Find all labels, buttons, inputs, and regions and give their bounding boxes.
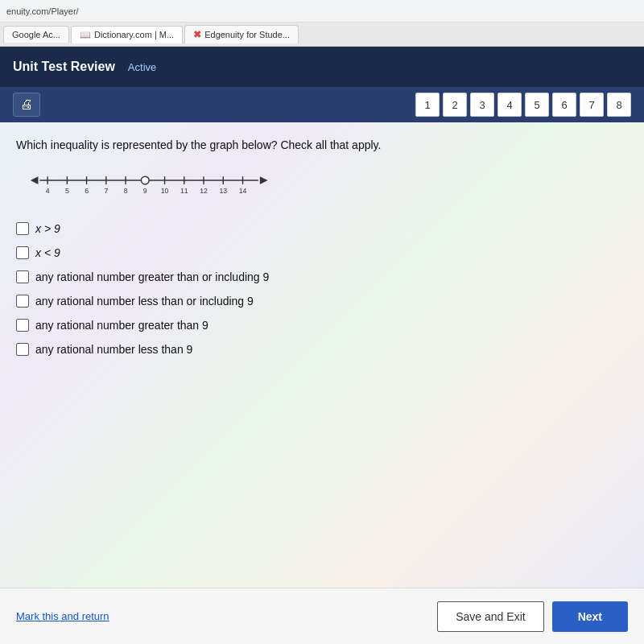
option-label-6: any rational number less than 9	[35, 343, 192, 356]
save-exit-button[interactable]: Save and Exit	[437, 601, 543, 632]
print-icon: 🖨	[20, 97, 33, 112]
tab-dictionary[interactable]: 📖 Dictionary.com | M...	[71, 26, 183, 43]
list-item[interactable]: x < 9	[16, 246, 628, 259]
checkbox-opt1[interactable]	[16, 222, 29, 235]
list-item[interactable]: any rational number less than or includi…	[16, 295, 628, 308]
page-title: Unit Test Review	[13, 60, 115, 74]
svg-text:12: 12	[200, 187, 208, 195]
options-list: x > 9 x < 9 any rational number greater …	[16, 222, 628, 356]
svg-text:10: 10	[161, 187, 169, 195]
next-button[interactable]: Next	[552, 601, 628, 632]
option-label-4: any rational number less than or includi…	[35, 295, 254, 308]
svg-text:13: 13	[219, 187, 227, 195]
nav-btn-3[interactable]: 3	[470, 93, 494, 117]
number-line-svg: 4 5 6 7 8 9 10 11 12	[24, 166, 282, 198]
nav-btn-4[interactable]: 4	[497, 93, 522, 117]
tab-edgenuity[interactable]: ✖ Edgenuity for Stude...	[184, 25, 299, 43]
footer: Mark this and return Save and Exit Next	[0, 588, 644, 644]
svg-text:14: 14	[239, 187, 247, 195]
svg-text:8: 8	[124, 187, 128, 195]
svg-point-14	[141, 176, 149, 184]
list-item[interactable]: any rational number less than 9	[16, 343, 628, 356]
print-button[interactable]: 🖨	[13, 93, 40, 117]
edgenuity-icon: ✖	[193, 29, 201, 40]
tab-edgenuity-label: Edgenuity for Stude...	[204, 30, 290, 39]
nav-btn-5[interactable]: 5	[525, 93, 549, 117]
svg-text:4: 4	[46, 187, 50, 195]
list-item[interactable]: x > 9	[16, 222, 628, 235]
option-label-3: any rational number greater than or incl…	[35, 270, 269, 283]
app-header: Unit Test Review Active	[0, 47, 644, 87]
dictionary-icon: 📖	[80, 30, 91, 40]
nav-btn-1[interactable]: 1	[415, 93, 440, 117]
browser-tabs: Google Ac... 📖 Dictionary.com | M... ✖ E…	[0, 23, 644, 47]
svg-marker-2	[260, 176, 268, 184]
nav-btn-6[interactable]: 6	[552, 93, 576, 117]
option-label-2: x < 9	[35, 246, 60, 259]
checkbox-opt5[interactable]	[16, 319, 29, 332]
question-nav: 1 2 3 4 5 6 7 8	[415, 93, 631, 117]
tab-google-label: Google Ac...	[12, 30, 60, 39]
svg-text:11: 11	[180, 187, 188, 195]
status-badge: Active	[128, 61, 156, 73]
url-bar: enuity.com/Player/	[6, 6, 79, 16]
checkbox-opt4[interactable]	[16, 295, 29, 308]
option-label-1: x > 9	[35, 222, 60, 235]
tab-google[interactable]: Google Ac...	[3, 26, 69, 43]
browser-bar: enuity.com/Player/	[0, 0, 644, 23]
list-item[interactable]: any rational number greater than 9	[16, 319, 628, 332]
list-item[interactable]: any rational number greater than or incl…	[16, 270, 628, 283]
question-text: Which inequality is represented by the g…	[16, 138, 628, 151]
toolbar: 🖨 1 2 3 4 5 6 7 8	[0, 87, 644, 122]
main-content: Which inequality is represented by the g…	[0, 122, 644, 589]
nav-btn-8[interactable]: 8	[607, 93, 631, 117]
checkbox-opt2[interactable]	[16, 246, 29, 259]
option-label-5: any rational number greater than 9	[35, 319, 208, 332]
checkbox-opt3[interactable]	[16, 270, 29, 283]
checkbox-opt6[interactable]	[16, 343, 29, 356]
nav-btn-7[interactable]: 7	[580, 93, 604, 117]
tab-dictionary-label: Dictionary.com | M...	[94, 30, 174, 39]
svg-marker-1	[31, 176, 39, 184]
svg-text:9: 9	[143, 187, 147, 195]
number-line: 4 5 6 7 8 9 10 11 12	[24, 166, 628, 206]
svg-text:5: 5	[65, 187, 69, 195]
svg-text:7: 7	[104, 187, 108, 195]
mark-return-link[interactable]: Mark this and return	[16, 610, 109, 622]
svg-text:6: 6	[85, 187, 89, 195]
nav-btn-2[interactable]: 2	[443, 93, 467, 117]
footer-buttons: Save and Exit Next	[437, 601, 628, 632]
